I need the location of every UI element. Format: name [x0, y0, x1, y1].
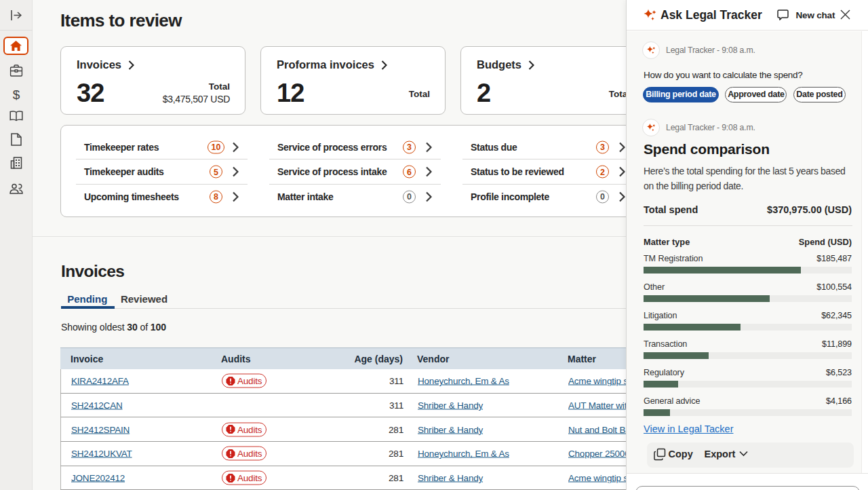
svg-text:$: $ [12, 88, 20, 102]
